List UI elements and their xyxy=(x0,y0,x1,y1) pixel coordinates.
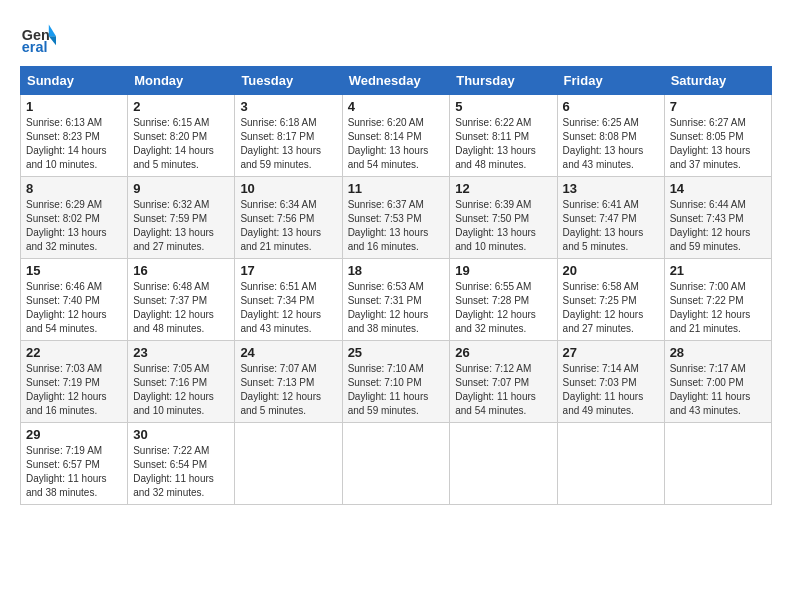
calendar-cell: 27Sunrise: 7:14 AMSunset: 7:03 PMDayligh… xyxy=(557,341,664,423)
day-info: Sunrise: 6:44 AMSunset: 7:43 PMDaylight:… xyxy=(670,198,766,254)
day-info: Sunrise: 6:13 AMSunset: 8:23 PMDaylight:… xyxy=(26,116,122,172)
day-info: Sunrise: 7:03 AMSunset: 7:19 PMDaylight:… xyxy=(26,362,122,418)
calendar-week-5: 29Sunrise: 7:19 AMSunset: 6:57 PMDayligh… xyxy=(21,423,772,505)
day-number: 14 xyxy=(670,181,766,196)
calendar-cell: 1Sunrise: 6:13 AMSunset: 8:23 PMDaylight… xyxy=(21,95,128,177)
day-number: 25 xyxy=(348,345,445,360)
day-info: Sunrise: 7:17 AMSunset: 7:00 PMDaylight:… xyxy=(670,362,766,418)
day-info: Sunrise: 6:22 AMSunset: 8:11 PMDaylight:… xyxy=(455,116,551,172)
calendar-cell: 17Sunrise: 6:51 AMSunset: 7:34 PMDayligh… xyxy=(235,259,342,341)
calendar-cell xyxy=(664,423,771,505)
day-number: 26 xyxy=(455,345,551,360)
day-number: 16 xyxy=(133,263,229,278)
calendar-table: SundayMondayTuesdayWednesdayThursdayFrid… xyxy=(20,66,772,505)
day-info: Sunrise: 7:22 AMSunset: 6:54 PMDaylight:… xyxy=(133,444,229,500)
weekday-saturday: Saturday xyxy=(664,67,771,95)
day-number: 3 xyxy=(240,99,336,114)
calendar-cell: 24Sunrise: 7:07 AMSunset: 7:13 PMDayligh… xyxy=(235,341,342,423)
calendar-week-1: 1Sunrise: 6:13 AMSunset: 8:23 PMDaylight… xyxy=(21,95,772,177)
calendar-cell: 14Sunrise: 6:44 AMSunset: 7:43 PMDayligh… xyxy=(664,177,771,259)
calendar-cell: 19Sunrise: 6:55 AMSunset: 7:28 PMDayligh… xyxy=(450,259,557,341)
weekday-thursday: Thursday xyxy=(450,67,557,95)
weekday-header-row: SundayMondayTuesdayWednesdayThursdayFrid… xyxy=(21,67,772,95)
calendar-cell: 6Sunrise: 6:25 AMSunset: 8:08 PMDaylight… xyxy=(557,95,664,177)
calendar-cell: 21Sunrise: 7:00 AMSunset: 7:22 PMDayligh… xyxy=(664,259,771,341)
day-number: 8 xyxy=(26,181,122,196)
calendar-cell xyxy=(235,423,342,505)
logo: Gen eral xyxy=(20,20,60,56)
calendar-cell: 26Sunrise: 7:12 AMSunset: 7:07 PMDayligh… xyxy=(450,341,557,423)
day-number: 24 xyxy=(240,345,336,360)
calendar-cell: 8Sunrise: 6:29 AMSunset: 8:02 PMDaylight… xyxy=(21,177,128,259)
day-info: Sunrise: 6:58 AMSunset: 7:25 PMDaylight:… xyxy=(563,280,659,336)
day-number: 9 xyxy=(133,181,229,196)
day-number: 17 xyxy=(240,263,336,278)
calendar-cell: 2Sunrise: 6:15 AMSunset: 8:20 PMDaylight… xyxy=(128,95,235,177)
calendar-cell: 7Sunrise: 6:27 AMSunset: 8:05 PMDaylight… xyxy=(664,95,771,177)
day-info: Sunrise: 7:14 AMSunset: 7:03 PMDaylight:… xyxy=(563,362,659,418)
day-info: Sunrise: 7:00 AMSunset: 7:22 PMDaylight:… xyxy=(670,280,766,336)
day-number: 23 xyxy=(133,345,229,360)
calendar-cell: 15Sunrise: 6:46 AMSunset: 7:40 PMDayligh… xyxy=(21,259,128,341)
day-number: 27 xyxy=(563,345,659,360)
day-number: 6 xyxy=(563,99,659,114)
calendar-cell: 3Sunrise: 6:18 AMSunset: 8:17 PMDaylight… xyxy=(235,95,342,177)
page-header: Gen eral xyxy=(20,20,772,56)
day-number: 13 xyxy=(563,181,659,196)
calendar-cell: 25Sunrise: 7:10 AMSunset: 7:10 PMDayligh… xyxy=(342,341,450,423)
day-number: 22 xyxy=(26,345,122,360)
calendar-cell: 20Sunrise: 6:58 AMSunset: 7:25 PMDayligh… xyxy=(557,259,664,341)
day-number: 28 xyxy=(670,345,766,360)
day-info: Sunrise: 6:37 AMSunset: 7:53 PMDaylight:… xyxy=(348,198,445,254)
weekday-tuesday: Tuesday xyxy=(235,67,342,95)
day-info: Sunrise: 6:41 AMSunset: 7:47 PMDaylight:… xyxy=(563,198,659,254)
day-info: Sunrise: 6:46 AMSunset: 7:40 PMDaylight:… xyxy=(26,280,122,336)
calendar-cell xyxy=(342,423,450,505)
calendar-cell: 5Sunrise: 6:22 AMSunset: 8:11 PMDaylight… xyxy=(450,95,557,177)
day-info: Sunrise: 7:12 AMSunset: 7:07 PMDaylight:… xyxy=(455,362,551,418)
calendar-cell: 4Sunrise: 6:20 AMSunset: 8:14 PMDaylight… xyxy=(342,95,450,177)
day-info: Sunrise: 6:32 AMSunset: 7:59 PMDaylight:… xyxy=(133,198,229,254)
day-number: 29 xyxy=(26,427,122,442)
day-info: Sunrise: 6:48 AMSunset: 7:37 PMDaylight:… xyxy=(133,280,229,336)
calendar-cell: 22Sunrise: 7:03 AMSunset: 7:19 PMDayligh… xyxy=(21,341,128,423)
weekday-sunday: Sunday xyxy=(21,67,128,95)
calendar-body: 1Sunrise: 6:13 AMSunset: 8:23 PMDaylight… xyxy=(21,95,772,505)
weekday-friday: Friday xyxy=(557,67,664,95)
calendar-cell: 28Sunrise: 7:17 AMSunset: 7:00 PMDayligh… xyxy=(664,341,771,423)
calendar-cell: 13Sunrise: 6:41 AMSunset: 7:47 PMDayligh… xyxy=(557,177,664,259)
weekday-monday: Monday xyxy=(128,67,235,95)
day-info: Sunrise: 6:18 AMSunset: 8:17 PMDaylight:… xyxy=(240,116,336,172)
day-info: Sunrise: 7:10 AMSunset: 7:10 PMDaylight:… xyxy=(348,362,445,418)
calendar-cell: 18Sunrise: 6:53 AMSunset: 7:31 PMDayligh… xyxy=(342,259,450,341)
day-info: Sunrise: 6:55 AMSunset: 7:28 PMDaylight:… xyxy=(455,280,551,336)
day-number: 1 xyxy=(26,99,122,114)
day-number: 11 xyxy=(348,181,445,196)
calendar-cell: 9Sunrise: 6:32 AMSunset: 7:59 PMDaylight… xyxy=(128,177,235,259)
day-info: Sunrise: 6:20 AMSunset: 8:14 PMDaylight:… xyxy=(348,116,445,172)
day-number: 7 xyxy=(670,99,766,114)
calendar-week-4: 22Sunrise: 7:03 AMSunset: 7:19 PMDayligh… xyxy=(21,341,772,423)
svg-marker-3 xyxy=(49,36,56,45)
day-info: Sunrise: 6:39 AMSunset: 7:50 PMDaylight:… xyxy=(455,198,551,254)
day-number: 4 xyxy=(348,99,445,114)
calendar-cell xyxy=(450,423,557,505)
calendar-cell: 10Sunrise: 6:34 AMSunset: 7:56 PMDayligh… xyxy=(235,177,342,259)
day-number: 15 xyxy=(26,263,122,278)
day-number: 18 xyxy=(348,263,445,278)
calendar-cell: 11Sunrise: 6:37 AMSunset: 7:53 PMDayligh… xyxy=(342,177,450,259)
weekday-wednesday: Wednesday xyxy=(342,67,450,95)
calendar-cell: 23Sunrise: 7:05 AMSunset: 7:16 PMDayligh… xyxy=(128,341,235,423)
day-number: 20 xyxy=(563,263,659,278)
day-info: Sunrise: 7:05 AMSunset: 7:16 PMDaylight:… xyxy=(133,362,229,418)
day-info: Sunrise: 6:25 AMSunset: 8:08 PMDaylight:… xyxy=(563,116,659,172)
calendar-cell: 16Sunrise: 6:48 AMSunset: 7:37 PMDayligh… xyxy=(128,259,235,341)
day-info: Sunrise: 6:27 AMSunset: 8:05 PMDaylight:… xyxy=(670,116,766,172)
calendar-cell: 30Sunrise: 7:22 AMSunset: 6:54 PMDayligh… xyxy=(128,423,235,505)
calendar-week-2: 8Sunrise: 6:29 AMSunset: 8:02 PMDaylight… xyxy=(21,177,772,259)
svg-marker-2 xyxy=(49,25,56,37)
calendar-week-3: 15Sunrise: 6:46 AMSunset: 7:40 PMDayligh… xyxy=(21,259,772,341)
day-number: 12 xyxy=(455,181,551,196)
day-number: 21 xyxy=(670,263,766,278)
day-number: 19 xyxy=(455,263,551,278)
